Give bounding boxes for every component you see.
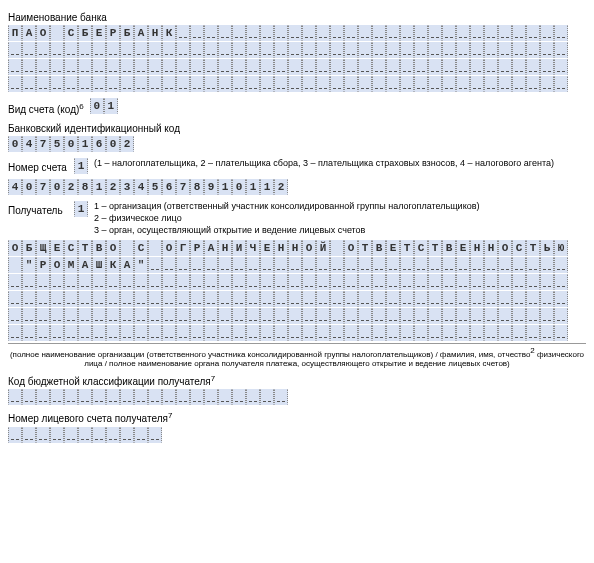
- cell[interactable]: [456, 325, 470, 341]
- cell[interactable]: [554, 25, 568, 41]
- cell[interactable]: [260, 325, 274, 341]
- cell[interactable]: 4: [134, 179, 148, 195]
- cell[interactable]: [526, 59, 540, 75]
- cell[interactable]: [540, 76, 554, 92]
- cell[interactable]: Н: [288, 240, 302, 256]
- cell[interactable]: [148, 42, 162, 58]
- cell[interactable]: [8, 59, 22, 75]
- cell[interactable]: [190, 308, 204, 324]
- cell[interactable]: [50, 325, 64, 341]
- cell[interactable]: [50, 389, 64, 405]
- cell[interactable]: Н: [274, 240, 288, 256]
- cell[interactable]: [330, 308, 344, 324]
- cell[interactable]: [50, 25, 64, 41]
- cell[interactable]: Е: [260, 240, 274, 256]
- cell[interactable]: [498, 42, 512, 58]
- cell[interactable]: [288, 59, 302, 75]
- cell[interactable]: [512, 274, 526, 290]
- cell[interactable]: [106, 291, 120, 307]
- cell[interactable]: [554, 325, 568, 341]
- cell[interactable]: [358, 257, 372, 273]
- cell[interactable]: [316, 291, 330, 307]
- cell[interactable]: [148, 389, 162, 405]
- cell[interactable]: [330, 76, 344, 92]
- cell[interactable]: [554, 257, 568, 273]
- cell[interactable]: [176, 274, 190, 290]
- cell[interactable]: [414, 257, 428, 273]
- cell[interactable]: [148, 325, 162, 341]
- cell[interactable]: [232, 76, 246, 92]
- cell[interactable]: [414, 25, 428, 41]
- budget-code-cells[interactable]: [8, 389, 586, 405]
- cell[interactable]: [358, 274, 372, 290]
- cell[interactable]: [442, 59, 456, 75]
- cell[interactable]: [330, 25, 344, 41]
- cell[interactable]: [218, 325, 232, 341]
- cell[interactable]: [498, 59, 512, 75]
- cell[interactable]: [498, 325, 512, 341]
- cell[interactable]: [22, 76, 36, 92]
- cell[interactable]: [106, 308, 120, 324]
- cell[interactable]: [50, 291, 64, 307]
- cell[interactable]: [554, 274, 568, 290]
- cell[interactable]: 7: [176, 179, 190, 195]
- cell[interactable]: [386, 274, 400, 290]
- cell[interactable]: [400, 25, 414, 41]
- cell[interactable]: [540, 25, 554, 41]
- cell[interactable]: Т: [400, 240, 414, 256]
- cell[interactable]: [442, 274, 456, 290]
- cell[interactable]: [64, 325, 78, 341]
- cell[interactable]: [344, 257, 358, 273]
- cell[interactable]: К: [106, 257, 120, 273]
- cell[interactable]: [232, 274, 246, 290]
- cell[interactable]: Е: [50, 240, 64, 256]
- personal-account-cells[interactable]: [8, 427, 586, 443]
- cell[interactable]: [232, 389, 246, 405]
- cell[interactable]: [260, 59, 274, 75]
- cell[interactable]: [148, 76, 162, 92]
- cell[interactable]: [512, 76, 526, 92]
- cell[interactable]: Б: [78, 25, 92, 41]
- cell[interactable]: [302, 42, 316, 58]
- cell[interactable]: [288, 25, 302, 41]
- cell[interactable]: [358, 25, 372, 41]
- cell[interactable]: [78, 308, 92, 324]
- cell[interactable]: [330, 42, 344, 58]
- cell[interactable]: [78, 42, 92, 58]
- cell[interactable]: [414, 308, 428, 324]
- cell[interactable]: [190, 25, 204, 41]
- cell[interactable]: [400, 59, 414, 75]
- cell[interactable]: [260, 308, 274, 324]
- cell[interactable]: [190, 76, 204, 92]
- cell[interactable]: 1: [74, 158, 88, 174]
- cell[interactable]: О: [302, 240, 316, 256]
- cell[interactable]: [484, 308, 498, 324]
- cell[interactable]: [302, 291, 316, 307]
- cell[interactable]: [316, 59, 330, 75]
- cell[interactable]: [526, 274, 540, 290]
- cell[interactable]: 7: [36, 136, 50, 152]
- cell[interactable]: [484, 42, 498, 58]
- cell[interactable]: [498, 274, 512, 290]
- cell[interactable]: [344, 291, 358, 307]
- cell[interactable]: [456, 25, 470, 41]
- cell[interactable]: 0: [90, 98, 104, 114]
- cell[interactable]: [204, 389, 218, 405]
- cell[interactable]: [316, 257, 330, 273]
- cell[interactable]: П: [8, 25, 22, 41]
- cell[interactable]: [316, 325, 330, 341]
- cell[interactable]: [302, 257, 316, 273]
- cell[interactable]: [232, 257, 246, 273]
- cell[interactable]: [36, 59, 50, 75]
- cell[interactable]: [260, 257, 274, 273]
- cell[interactable]: [162, 274, 176, 290]
- cell[interactable]: [484, 274, 498, 290]
- cell[interactable]: Е: [92, 25, 106, 41]
- cell[interactable]: [218, 389, 232, 405]
- cell[interactable]: [64, 42, 78, 58]
- cell[interactable]: [260, 42, 274, 58]
- cell[interactable]: [442, 308, 456, 324]
- cell[interactable]: [456, 274, 470, 290]
- cell[interactable]: [484, 325, 498, 341]
- cell[interactable]: [400, 325, 414, 341]
